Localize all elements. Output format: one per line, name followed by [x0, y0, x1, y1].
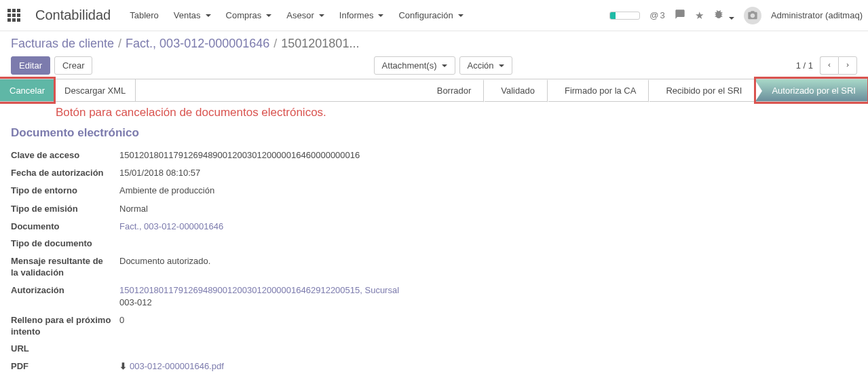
breadcrumb: Facturas de cliente / Fact., 003-012-000…: [11, 37, 857, 51]
navbar-right: @ 3 ★ Administrator (aditmaq): [609, 7, 863, 24]
top-navbar: Contabilidad Tablero Ventas Compras Ases…: [0, 0, 868, 31]
field-tipo-emision: Tipo de emisión Normal: [11, 203, 857, 215]
edit-button[interactable]: Editar: [11, 56, 50, 75]
pager-prev-button[interactable]: [820, 56, 838, 75]
caret-down-icon: [319, 14, 324, 17]
annotation-text: Botón para cancelación de documentos ele…: [0, 102, 868, 121]
status-step-autorizado[interactable]: Autorizado por el SRI: [754, 79, 868, 101]
create-button[interactable]: Crear: [54, 56, 93, 75]
field-label: Documento: [11, 221, 119, 233]
field-documento: Documento Fact., 003-012-000001646: [11, 221, 857, 233]
field-fecha-autorizacion: Fecha de autorización 15/01/2018 08:10:5…: [11, 167, 857, 179]
main-menu: Tablero Ventas Compras Asesor Informes C…: [123, 6, 609, 24]
field-autorizacion: Autorización 150120180117912694890012003…: [11, 284, 857, 309]
cancel-button[interactable]: Cancelar: [0, 79, 55, 101]
menu-asesor[interactable]: Asesor: [280, 6, 331, 24]
messages-button[interactable]: @ 3: [649, 10, 664, 20]
caret-down-icon: [206, 14, 211, 17]
caret-down-icon: [499, 64, 504, 67]
progress-indicator[interactable]: [609, 12, 640, 20]
field-label: Tipo de documento: [11, 238, 119, 250]
bug-icon[interactable]: [713, 9, 734, 22]
caret-down-icon: [266, 14, 271, 17]
field-clave-acceso: Clave de acceso 150120180117912694890012…: [11, 149, 857, 162]
pager-value: 1 / 1: [793, 60, 816, 71]
status-steps: Borrador Validado Firmado por la CA Reci…: [419, 79, 868, 101]
action-button[interactable]: Acción: [459, 56, 512, 75]
app-title[interactable]: Contabilidad: [35, 7, 111, 23]
field-pdf: PDF ⬇003-012-000001646.pdf: [11, 360, 857, 373]
field-label: Fecha de autorización: [11, 168, 119, 179]
status-step-recibido[interactable]: Recibido por el SRI: [648, 79, 754, 101]
menu-informes[interactable]: Informes: [333, 6, 391, 24]
field-label: Mensaje resultante de la validación: [11, 256, 119, 279]
field-value: ⬇003-012-000001646.pdf: [119, 360, 224, 373]
menu-ventas[interactable]: Ventas: [167, 6, 218, 24]
status-bar: Cancelar Descargar XML Borrador Validado…: [0, 79, 868, 102]
field-label: Clave de acceso: [11, 150, 119, 162]
breadcrumb-link-0[interactable]: Facturas de cliente: [11, 37, 114, 51]
autorizacion-link[interactable]: 1501201801179126948900120030120000016462…: [119, 285, 399, 295]
field-value: Documento autorizado.: [119, 255, 210, 267]
field-relleno: Relleno para el próximo intento 0: [11, 314, 857, 338]
apps-launcher-icon[interactable]: [5, 7, 22, 24]
documento-link[interactable]: Fact., 003-012-000001646: [119, 221, 223, 231]
field-value: Fact., 003-012-000001646: [119, 221, 223, 233]
field-label: Autorización: [11, 285, 119, 297]
download-xml-button[interactable]: Descargar XML: [55, 79, 136, 101]
caret-down-icon: [458, 14, 464, 17]
field-label: Relleno para el próximo intento: [11, 315, 119, 338]
field-tipo-entorno: Tipo de entorno Ambiente de producción: [11, 185, 857, 197]
breadcrumb-active: 1501201801...: [281, 37, 359, 51]
pdf-link[interactable]: 003-012-000001646.pdf: [130, 361, 224, 371]
field-mensaje-validacion: Mensaje resultante de la validación Docu…: [11, 255, 857, 279]
username-menu[interactable]: Administrator (aditmaq): [771, 10, 863, 20]
status-step-firmado[interactable]: Firmado por la CA: [547, 79, 648, 101]
form-sheet: Documento electrónico Clave de acceso 15…: [0, 121, 868, 378]
control-panel: Facturas de cliente / Fact., 003-012-000…: [0, 31, 868, 75]
field-value: Normal: [119, 203, 148, 215]
caret-down-icon: [729, 17, 734, 20]
field-value: 0: [119, 314, 124, 326]
section-title: Documento electrónico: [11, 126, 857, 140]
chat-icon[interactable]: [675, 9, 685, 22]
download-icon: ⬇: [119, 360, 127, 373]
chevron-left-icon: [826, 62, 833, 69]
field-label: Tipo de emisión: [11, 204, 119, 215]
menu-compras[interactable]: Compras: [219, 6, 279, 24]
field-tipo-documento: Tipo de documento: [11, 238, 857, 250]
field-url: URL: [11, 343, 857, 355]
attachments-button[interactable]: Attachment(s): [374, 56, 455, 75]
field-label: PDF: [11, 361, 119, 373]
menu-tablero[interactable]: Tablero: [123, 6, 166, 24]
user-avatar-icon[interactable]: [744, 7, 761, 24]
menu-configuracion[interactable]: Configuración: [392, 6, 470, 24]
status-step-validado[interactable]: Validado: [483, 79, 547, 101]
breadcrumb-separator: /: [118, 37, 121, 51]
breadcrumb-separator: /: [273, 37, 277, 51]
field-label: Tipo de entorno: [11, 185, 119, 197]
status-step-borrador[interactable]: Borrador: [419, 79, 484, 101]
field-value: 1501201801179126948900120030120000016460…: [119, 149, 360, 162]
chevron-right-icon: [844, 62, 851, 69]
field-label: URL: [11, 343, 119, 355]
breadcrumb-link-1[interactable]: Fact., 003-012-000001646: [126, 37, 269, 51]
field-value: 1501201801179126948900120030120000016462…: [119, 284, 399, 309]
star-icon[interactable]: ★: [695, 10, 704, 22]
pager-next-button[interactable]: [838, 56, 857, 75]
caret-down-icon: [378, 14, 383, 17]
field-value: 15/01/2018 08:10:57: [119, 167, 200, 179]
field-value: Ambiente de producción: [119, 185, 214, 197]
caret-down-icon: [442, 64, 447, 67]
